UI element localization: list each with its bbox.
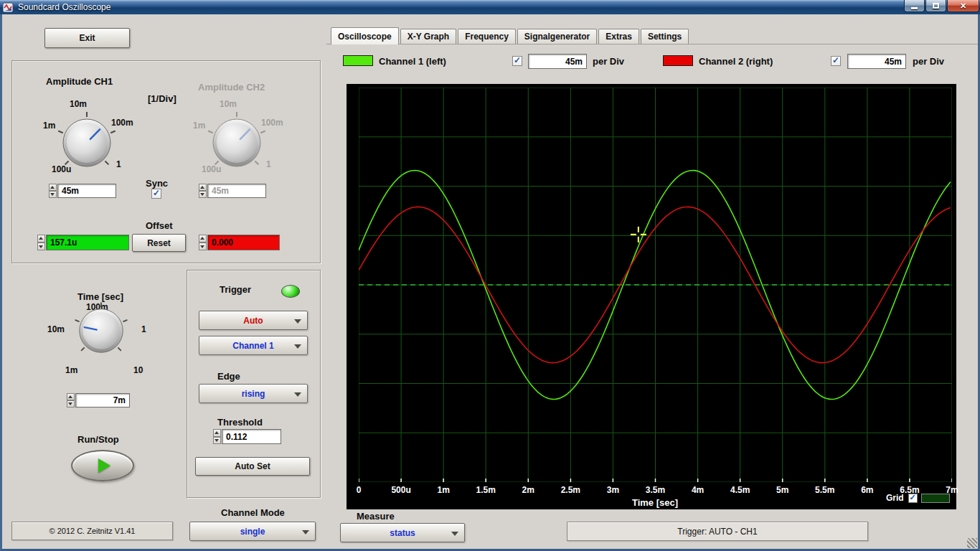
knob-scale-label: 100u: [202, 164, 221, 174]
window-controls: ✕: [903, 0, 979, 12]
trigger-mode-value: Auto: [243, 316, 263, 326]
scope-plot[interactable]: [359, 88, 952, 482]
titlebar[interactable]: Soundcard Oszilloscope ✕: [0, 0, 980, 14]
chevron-down-icon: [294, 319, 301, 324]
x-tick-label: 3m: [607, 485, 619, 495]
threshold-input[interactable]: 0.112: [222, 429, 281, 444]
play-icon: [98, 458, 110, 473]
x-tick-label: 2m: [522, 485, 534, 495]
chevron-down-icon: [302, 530, 309, 534]
ch1-offset-value: 157.1u: [37, 235, 129, 250]
trigger-led-indicator: [281, 285, 300, 298]
knob-scale-label: 1: [266, 159, 271, 169]
knob-scale-label: 10m: [70, 99, 87, 109]
trigger-source-dropdown[interactable]: Channel 1: [199, 336, 308, 355]
time-input[interactable]: 7m: [75, 393, 130, 408]
x-tick-label: 500u: [391, 485, 410, 495]
ch2-offset-spinner[interactable]: [199, 235, 207, 250]
tab-oscilloscope[interactable]: Oscilloscope: [331, 27, 399, 44]
exit-button[interactable]: Exit: [44, 28, 130, 48]
amplitude-ch2-input[interactable]: 45m: [207, 184, 266, 198]
grid-color-swatch[interactable]: [921, 494, 950, 503]
check-icon: ✓: [910, 494, 916, 501]
knob-scale-label: 1m: [65, 365, 77, 375]
knob-scale-label: 10m: [47, 324, 65, 334]
knob-scale-label: 100u: [52, 164, 71, 174]
tab-extras[interactable]: Extras: [598, 29, 639, 44]
tab-x-y-graph[interactable]: X-Y Graph: [400, 29, 456, 44]
channel2-checkbox[interactable]: ✓: [831, 56, 841, 66]
trigger-edge-dropdown[interactable]: rising: [199, 384, 308, 403]
ch1-offset-input[interactable]: 157.1u: [46, 235, 129, 250]
chevron-down-icon: [294, 344, 301, 349]
channel-mode-dropdown[interactable]: single: [189, 522, 316, 541]
x-tick-label: 1m: [437, 485, 449, 495]
ch1-offset-spinner[interactable]: [37, 235, 45, 250]
amplitude-unit-label: [1/Div]: [148, 93, 176, 104]
app-icon[interactable]: [3, 2, 14, 13]
minimize-button[interactable]: [904, 0, 925, 12]
x-tick-label: 0: [357, 485, 362, 495]
grid-checkbox[interactable]: ✓: [908, 494, 918, 503]
knob-scale-label: 100m: [261, 118, 283, 128]
tab-settings[interactable]: Settings: [641, 29, 689, 44]
channel1-per-div-label: per Div: [593, 56, 624, 67]
channel-mode-value: single: [240, 527, 265, 537]
maximize-button[interactable]: [925, 0, 946, 12]
sync-label: Sync: [146, 178, 168, 189]
threshold-spinner[interactable]: [213, 429, 221, 444]
tab-frequency[interactable]: Frequency: [458, 29, 516, 44]
channel2-per-div-input[interactable]: 45m: [847, 54, 906, 69]
x-tick-label: 4m: [692, 485, 704, 495]
channel1-color-swatch[interactable]: [343, 55, 373, 66]
x-axis-label: Time [sec]: [632, 497, 678, 508]
channel1-per-div-input[interactable]: 45m: [528, 54, 587, 69]
knob-scale-label: 1m: [43, 121, 55, 131]
channel-mode-label: Channel Mode: [221, 507, 285, 518]
threshold-label: Threshold: [217, 417, 263, 428]
amplitude-ch1-input[interactable]: 45m: [57, 184, 116, 198]
app-window: Soundcard Oszilloscope ✕ Exit Amplitude …: [0, 0, 980, 551]
x-tick-label: 5m: [776, 485, 788, 495]
amplitude-ch2-value: 45m: [199, 184, 266, 198]
ch2-offset-value: 0.000: [199, 235, 280, 250]
trigger-title: Trigger: [220, 284, 251, 295]
channel1-checkbox[interactable]: ✓: [512, 56, 522, 66]
close-button[interactable]: ✕: [947, 0, 979, 12]
tab-strip: OscilloscopeX-Y GraphFrequencySignalgene…: [331, 27, 689, 44]
ch2-offset-input[interactable]: 0.000: [207, 235, 280, 250]
resize-grip[interactable]: [967, 538, 977, 548]
measure-dropdown[interactable]: status: [340, 523, 465, 542]
channel2-color-swatch[interactable]: [663, 55, 693, 66]
run-stop-button[interactable]: [71, 450, 134, 481]
threshold-value: 0.112: [213, 429, 281, 444]
reset-button[interactable]: Reset: [132, 234, 186, 252]
amplitude-ch1-label: Amplitude CH1: [46, 76, 113, 87]
tab-signalgenerator[interactable]: Signalgenerator: [517, 29, 597, 44]
grid-label: Grid: [886, 493, 904, 503]
trigger-edge-value: rising: [242, 389, 265, 399]
time-knob[interactable]: [70, 299, 133, 362]
x-tick-label: 4.5m: [730, 485, 750, 495]
copyright-label: © 2012 C. Zeitnitz V1.41: [11, 522, 173, 540]
check-icon: ✓: [832, 56, 839, 65]
x-tick-label: 2.5m: [561, 485, 580, 495]
channel2-per-div-label: per Div: [913, 56, 944, 67]
auto-set-button[interactable]: Auto Set: [195, 457, 310, 476]
measure-label: Measure: [357, 511, 395, 522]
amplitude-ch2-label: Amplitude CH2: [198, 82, 265, 93]
trigger-status-bar: Trigger: AUTO - CH1: [567, 522, 868, 541]
time-spinner[interactable]: [67, 393, 75, 408]
knob-scale-label: 1m: [193, 121, 205, 131]
amplitude-ch1-value: 45m: [49, 184, 116, 198]
sync-checkbox[interactable]: ✓: [151, 189, 161, 199]
amplitude-ch2-spinner[interactable]: [199, 184, 207, 198]
maximize-icon: [933, 3, 939, 9]
channel1-label: Channel 1 (left): [379, 56, 446, 67]
amplitude-ch1-spinner[interactable]: [49, 184, 57, 198]
channel2-label: Channel 2 (right): [699, 56, 773, 67]
trigger-mode-dropdown[interactable]: Auto: [199, 311, 308, 330]
offset-label: Offset: [146, 220, 173, 231]
x-tick-label: 6m: [861, 485, 873, 495]
knob-scale-label: 100m: [111, 118, 133, 128]
